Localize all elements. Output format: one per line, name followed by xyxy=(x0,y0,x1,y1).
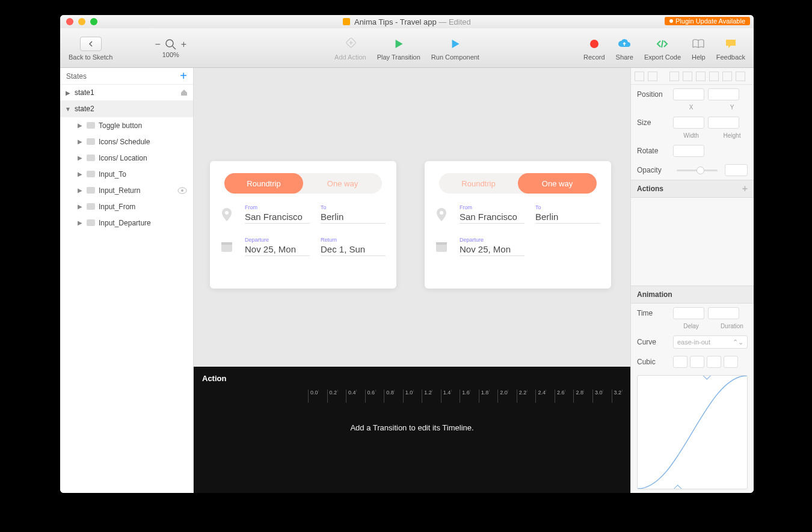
plus-diamond-icon xyxy=(344,38,356,50)
time-label: Time xyxy=(637,309,669,317)
layer-label: Icons/ Location xyxy=(99,154,147,162)
cubic-p1-input[interactable] xyxy=(673,356,687,368)
trip-toggle[interactable]: Roundtrip One way xyxy=(224,173,382,194)
share-button[interactable]: Share xyxy=(616,35,633,61)
chevron-right-icon: ▶ xyxy=(65,90,71,96)
size-label: Size xyxy=(637,118,669,127)
oneway-tab[interactable]: One way xyxy=(303,173,382,194)
help-button[interactable]: Help xyxy=(692,35,706,61)
canvas[interactable]: Roundtrip One way FromSan Francisco ToBe… xyxy=(194,68,630,367)
curve-select[interactable]: ease-in-out⌃⌄ xyxy=(673,335,748,349)
opacity-slider[interactable] xyxy=(677,170,718,171)
cubic-p4-input[interactable] xyxy=(724,356,738,368)
window-title: Anima Tips - Travel app — Edited xyxy=(60,17,754,26)
return-label: Return xyxy=(321,237,386,243)
return-value: Dec 1, Sun xyxy=(321,244,386,254)
close-icon[interactable] xyxy=(66,18,73,25)
align-top-icon[interactable] xyxy=(669,72,679,81)
chat-icon xyxy=(725,38,737,49)
distribute-v-icon[interactable] xyxy=(722,72,732,81)
layer-label: Input_From xyxy=(99,203,135,211)
layer-row[interactable]: ▶Icons/ Location xyxy=(60,150,193,166)
feedback-button[interactable]: Feedback xyxy=(716,35,745,61)
artboard-roundtrip[interactable]: Roundtrip One way FromSan Francisco ToBe… xyxy=(210,161,396,289)
position-x-input[interactable] xyxy=(673,88,704,100)
zoom-icon[interactable] xyxy=(90,18,97,25)
state-row-state2[interactable]: ▼ state2 xyxy=(60,101,193,117)
departure-field[interactable]: DepartureNov 25, Mon xyxy=(245,237,310,256)
minimize-icon[interactable] xyxy=(78,18,85,25)
layer-row[interactable]: ▶Toggle button xyxy=(60,117,193,133)
cubic-p2-input[interactable] xyxy=(690,356,704,368)
height-input[interactable] xyxy=(708,117,739,129)
distribute-h-icon[interactable] xyxy=(709,72,719,81)
align-left-icon[interactable] xyxy=(635,72,644,81)
ruler-tick: 2.2 xyxy=(517,390,536,403)
home-icon[interactable] xyxy=(180,88,188,97)
align-right-icon[interactable] xyxy=(736,72,745,81)
folder-icon xyxy=(87,203,95,210)
visibility-icon[interactable] xyxy=(177,187,187,194)
ruler-tick: 1.4 xyxy=(441,390,460,403)
layer-label: Input_Return xyxy=(99,186,140,195)
position-y-input[interactable] xyxy=(708,88,739,100)
folder-icon xyxy=(87,219,95,226)
timeline-placeholder: Add a Transition to edit its Timeline. xyxy=(194,403,630,432)
roundtrip-tab-2[interactable]: Roundtrip xyxy=(439,173,518,194)
zoom-out-icon[interactable]: − xyxy=(155,39,160,50)
run-component-button[interactable]: Run Component xyxy=(431,35,479,61)
plugin-update-badge[interactable]: Plugin Update Available xyxy=(665,17,750,25)
book-icon xyxy=(692,38,705,49)
artboard-oneway[interactable]: Roundtrip One way FromSan Francisco ToBe… xyxy=(425,161,611,289)
add-action-icon[interactable]: + xyxy=(742,183,748,194)
curve-preview[interactable] xyxy=(637,375,748,489)
alignment-controls[interactable] xyxy=(631,68,754,85)
layer-row[interactable]: ▶Icons/ Schedule xyxy=(60,133,193,150)
x-label: X xyxy=(675,104,707,111)
departure-field-2[interactable]: DepartureNov 25, Mon xyxy=(460,237,524,256)
rotate-input[interactable] xyxy=(673,145,704,157)
play-transition-button[interactable]: Play Transition xyxy=(377,35,420,61)
opacity-input[interactable] xyxy=(725,164,748,176)
record-label: Record xyxy=(583,54,604,61)
oneway-tab-2[interactable]: One way xyxy=(518,173,597,194)
width-input[interactable] xyxy=(673,117,704,129)
trip-toggle-2[interactable]: Roundtrip One way xyxy=(439,173,597,194)
from-value: San Francisco xyxy=(460,212,524,222)
cubic-label: Cubic xyxy=(637,358,669,366)
delay-input[interactable] xyxy=(673,307,704,319)
return-field[interactable]: ReturnDec 1, Sun xyxy=(321,237,386,256)
calendar-icon xyxy=(435,240,449,254)
export-code-button[interactable]: Export Code xyxy=(644,35,681,61)
code-icon xyxy=(656,38,668,49)
zoom-control[interactable]: − + 100% xyxy=(155,38,186,58)
actions-section: Actions + xyxy=(631,180,754,198)
zoom-in-icon[interactable]: + xyxy=(181,39,186,50)
align-middle-icon[interactable] xyxy=(683,72,692,81)
cubic-p3-input[interactable] xyxy=(707,356,721,368)
state-row-state1[interactable]: ▶ state1 xyxy=(60,85,193,101)
align-center-icon[interactable] xyxy=(648,72,657,81)
to-field[interactable]: ToBerlin xyxy=(321,204,386,224)
timeline-ruler[interactable]: 0.00.20.40.60.81.01.21.41.61.82.02.22.42… xyxy=(194,390,630,403)
to-field-2[interactable]: ToBerlin xyxy=(535,204,600,224)
ruler-tick: 1.6 xyxy=(460,390,479,403)
roundtrip-tab[interactable]: Roundtrip xyxy=(224,173,303,194)
to-value: Berlin xyxy=(535,212,600,222)
slider-thumb[interactable] xyxy=(697,167,704,174)
duration-input[interactable] xyxy=(708,307,739,319)
from-field[interactable]: FromSan Francisco xyxy=(245,204,310,224)
chevron-right-icon: ▶ xyxy=(77,171,83,177)
layer-row[interactable]: ▶Input_From xyxy=(60,198,193,215)
layer-row[interactable]: ▶Input_To xyxy=(60,166,193,182)
record-button[interactable]: Record xyxy=(583,35,604,61)
back-to-sketch-button[interactable]: Back to Sketch xyxy=(69,35,112,61)
layer-row[interactable]: ▶Input_Return xyxy=(60,182,193,198)
align-bottom-icon[interactable] xyxy=(696,72,706,81)
add-action-button[interactable]: Add Action xyxy=(334,35,366,61)
ruler-tick: 2.0 xyxy=(497,390,517,403)
add-state-button[interactable]: + xyxy=(180,69,187,83)
play-outline-icon xyxy=(450,38,461,49)
from-field-2[interactable]: FromSan Francisco xyxy=(460,204,524,224)
layer-row[interactable]: ▶Input_Departure xyxy=(60,215,193,231)
